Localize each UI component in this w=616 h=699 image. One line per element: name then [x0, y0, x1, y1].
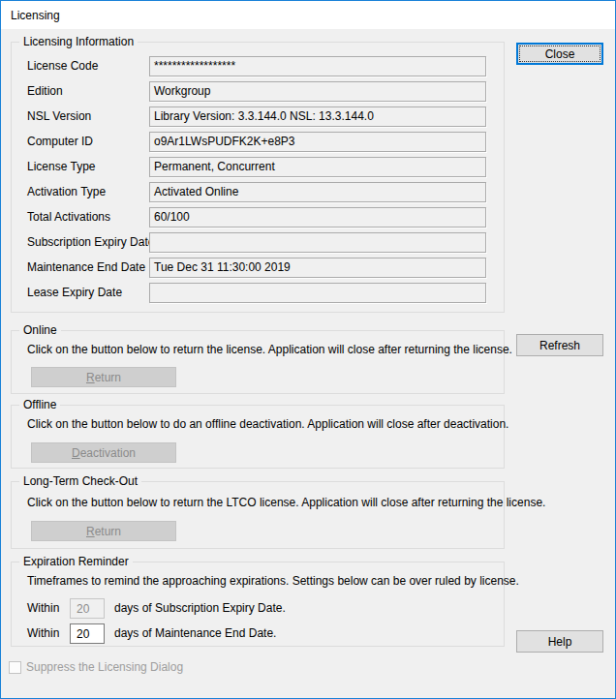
row-license-type: License Type Permanent, Concurrent [12, 157, 504, 177]
total-activations-label: Total Activations [27, 210, 110, 224]
row-lease-expiry-date: Lease Expiry Date [12, 283, 504, 303]
refresh-button-label: Refresh [539, 339, 580, 352]
online-return-button: Return [31, 367, 176, 387]
license-code-label: License Code [27, 59, 98, 73]
title-bar: Licensing [1, 1, 615, 29]
group-title-online: Online [19, 323, 61, 337]
lease-expiry-date-label: Lease Expiry Date [27, 286, 122, 299]
offline-deactivation-button: Deactivation [31, 442, 176, 463]
refresh-button[interactable]: Refresh [516, 334, 603, 356]
window-title: Licensing [11, 9, 60, 22]
help-button[interactable]: Help [516, 630, 603, 653]
row-activation-type: Activation Type Activated Online [12, 182, 504, 202]
maintenance-within-label: Within [27, 626, 59, 640]
help-button-label: Help [548, 635, 572, 649]
offline-deactivation-button-label: Deactivation [32, 446, 175, 460]
suppress-dialog-checkbox: Suppress the Licensing Dialog [9, 660, 183, 674]
row-subscription-expiry-date: Subscription Expiry Date [12, 232, 504, 253]
ltco-description: Click on the button below to return the … [27, 496, 496, 509]
computer-id-label: Computer ID [27, 135, 93, 148]
row-computer-id: Computer ID o9Ar1LWsPUDFK2K+e8P3 [12, 132, 504, 152]
maintenance-end-date-field[interactable]: Tue Dec 31 11:30:00 2019 [149, 258, 486, 278]
online-description: Click on the button below to return the … [27, 343, 496, 356]
subscription-within-label: Within [27, 601, 59, 615]
license-type-field[interactable]: Permanent, Concurrent [149, 157, 486, 177]
nsl-version-label: NSL Version [27, 109, 91, 123]
license-type-label: License Type [27, 160, 96, 173]
close-button[interactable]: Close [516, 43, 603, 65]
maintenance-end-date-label: Maintenance End Date [27, 260, 145, 274]
checkbox-icon [9, 661, 21, 674]
license-code-field[interactable]: ****************** [149, 56, 486, 76]
suppress-dialog-checkbox-label: Suppress the Licensing Dialog [26, 660, 183, 674]
maintenance-days-input[interactable] [70, 623, 105, 644]
maintenance-days-suffix: days of Maintenance End Date. [114, 626, 276, 640]
ltco-return-button: Return [31, 521, 176, 541]
computer-id-field[interactable]: o9Ar1LWsPUDFK2K+e8P3 [149, 132, 486, 152]
nsl-version-field[interactable]: Library Version: 3.3.144.0 NSL: 13.3.144… [149, 106, 486, 127]
group-title-offline: Offline [19, 398, 60, 411]
online-return-button-label: Return [32, 371, 175, 384]
licensing-dialog: Licensing Licensing Information License … [0, 0, 616, 699]
row-maintenance-end-date: Maintenance End Date Tue Dec 31 11:30:00… [12, 258, 504, 278]
subscription-days-suffix: days of Subscription Expiry Date. [114, 601, 286, 615]
group-online: Online Click on the button below to retu… [11, 330, 505, 394]
row-edition: Edition Workgroup [12, 81, 504, 102]
subscription-expiry-date-label: Subscription Expiry Date [27, 235, 154, 249]
group-long-term-check-out: Long-Term Check-Out Click on the button … [11, 481, 505, 549]
subscription-days-input [70, 598, 105, 619]
row-nsl-version: NSL Version Library Version: 3.3.144.0 N… [12, 106, 504, 127]
offline-description: Click on the button below to do an offli… [27, 417, 496, 431]
lease-expiry-date-field[interactable] [149, 283, 486, 303]
activation-type-label: Activation Type [27, 185, 106, 198]
close-button-label: Close [545, 47, 575, 61]
group-offline: Offline Click on the button below to do … [11, 405, 505, 469]
total-activations-field[interactable]: 60/100 [149, 207, 486, 228]
edition-label: Edition [27, 84, 63, 98]
subscription-expiry-date-field[interactable] [149, 232, 486, 253]
group-title-long-term-check-out: Long-Term Check-Out [19, 474, 141, 488]
group-expiration-reminder: Expiration Reminder Timeframes to remind… [11, 562, 505, 647]
ltco-return-button-label: Return [32, 525, 175, 538]
row-total-activations: Total Activations 60/100 [12, 207, 504, 228]
row-license-code: License Code ****************** [12, 56, 504, 76]
edition-field[interactable]: Workgroup [149, 81, 486, 102]
group-licensing-information: Licensing Information License Code *****… [11, 42, 505, 313]
group-title-expiration-reminder: Expiration Reminder [19, 555, 133, 568]
expiration-reminder-description: Timeframes to remind the approaching exp… [27, 574, 496, 588]
dialog-body: Licensing Information License Code *****… [1, 29, 615, 698]
activation-type-field[interactable]: Activated Online [149, 182, 486, 202]
group-title-licensing-information: Licensing Information [19, 35, 138, 48]
